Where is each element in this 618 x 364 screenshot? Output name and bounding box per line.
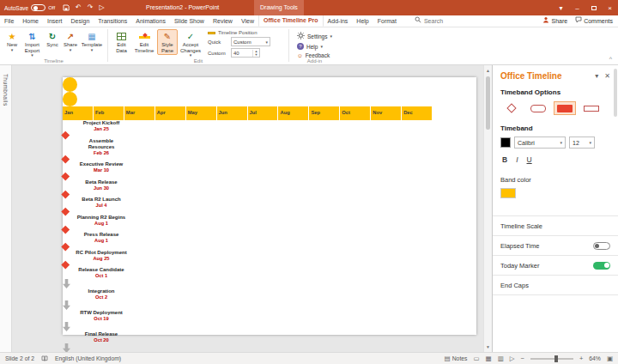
font-controls: Calibri ▾ 12 ▾ bbox=[493, 135, 618, 150]
band-color-swatch[interactable] bbox=[500, 188, 516, 198]
month-cell: Apr bbox=[154, 106, 185, 120]
stepper-arrows[interactable]: ▲▼ bbox=[252, 50, 259, 57]
settings-button[interactable]: Settings ▾ bbox=[297, 32, 332, 40]
tab-transitions[interactable]: Transitions bbox=[94, 15, 131, 27]
pane-row-end-caps[interactable]: End Caps bbox=[493, 276, 618, 295]
slide-number-indicator[interactable]: Slide 2 of 2 bbox=[5, 355, 34, 361]
tab-review[interactable]: Review bbox=[209, 15, 237, 27]
scrollbar-thumb[interactable] bbox=[486, 76, 490, 130]
group-label-addin: Add-in bbox=[289, 58, 340, 64]
milestone-arrow-marker[interactable] bbox=[63, 322, 70, 331]
pane-row-timeline-scale[interactable]: Timeline Scale bbox=[493, 216, 618, 236]
window-controls: ▾ – × bbox=[553, 0, 618, 15]
underline-button[interactable]: U bbox=[527, 155, 532, 164]
thumbnails-label: Thumbnails bbox=[3, 74, 9, 106]
custom-position-stepper[interactable]: 40 ▲▼ bbox=[231, 48, 260, 58]
milestone-arrow-marker[interactable] bbox=[63, 300, 70, 310]
milestone-label: Final ReleaseOct 20 bbox=[63, 331, 140, 343]
reading-view-icon[interactable]: ▥ bbox=[498, 355, 504, 362]
fit-slide-icon[interactable]: ▣ bbox=[607, 355, 613, 362]
shape-option-diamond[interactable] bbox=[500, 101, 523, 115]
edit-data-button[interactable]: Edit Data bbox=[112, 29, 131, 55]
comments-button[interactable]: Comments bbox=[575, 15, 613, 27]
style-pane-button[interactable]: ✎ Style Pane bbox=[157, 29, 178, 55]
tab-animations[interactable]: Animations bbox=[131, 15, 170, 27]
tab-row-right: Share Comments bbox=[542, 15, 613, 27]
close-icon[interactable]: ✕ bbox=[604, 72, 610, 80]
search-box[interactable]: Search bbox=[415, 15, 443, 27]
save-icon[interactable] bbox=[63, 4, 70, 11]
accept-changes-button[interactable]: ✓ Accept Changes ▾ bbox=[178, 29, 203, 59]
tab-slide-show[interactable]: Slide Show bbox=[170, 15, 209, 27]
tab-view[interactable]: View bbox=[237, 15, 258, 27]
vertical-scrollbar[interactable]: ▲ ▼ bbox=[483, 65, 492, 352]
slideshow-icon[interactable]: ▷ bbox=[510, 355, 515, 362]
import-export-button[interactable]: ⇅ Import Export ▾ bbox=[21, 29, 44, 59]
timeband[interactable]: JanFebMarAprMayJunJulAugSepOctNovDec bbox=[63, 106, 432, 120]
autosave-toggle[interactable] bbox=[31, 4, 45, 11]
tab-help[interactable]: Help bbox=[352, 15, 373, 27]
tab-design[interactable]: Design bbox=[66, 15, 94, 27]
quick-position-dropdown[interactable]: Custom ▾ bbox=[231, 37, 270, 46]
shape-option-rounded[interactable] bbox=[527, 101, 549, 115]
font-color-swatch[interactable] bbox=[500, 137, 511, 148]
tab-home[interactable]: Home bbox=[18, 15, 43, 27]
zoom-level[interactable]: 64% bbox=[589, 355, 601, 361]
start-slideshow-icon[interactable]: ▷ bbox=[100, 4, 105, 11]
shape-option-filled[interactable] bbox=[554, 101, 576, 115]
font-family-dropdown[interactable]: Calibri ▾ bbox=[514, 136, 566, 149]
pane-row-label: Elapsed Time bbox=[500, 242, 539, 250]
milestone-arrow-marker[interactable] bbox=[63, 279, 70, 288]
language-indicator[interactable]: English (United Kingdom) bbox=[55, 355, 121, 361]
custom-position-value: 40 bbox=[232, 51, 252, 56]
tab-add-ins[interactable]: Add-ins bbox=[324, 15, 353, 27]
restore-button[interactable] bbox=[585, 0, 602, 15]
elapsed-time-toggle[interactable] bbox=[593, 242, 610, 250]
thumbnails-pane[interactable]: Thumbnails bbox=[0, 65, 12, 352]
tab-format[interactable]: Format bbox=[373, 15, 401, 27]
slide-sorter-icon[interactable]: ▦ bbox=[486, 355, 492, 362]
notes-button[interactable]: ▤ Notes bbox=[445, 355, 468, 362]
zoom-slider-knob[interactable] bbox=[554, 355, 558, 362]
milestone-label: RC Pilot DeploymentAug 25 bbox=[63, 250, 140, 262]
zoom-out-icon[interactable]: − bbox=[521, 355, 524, 362]
proofing-icon[interactable] bbox=[41, 355, 48, 361]
sync-button[interactable]: ↻ Sync bbox=[44, 29, 61, 50]
pane-row-today-marker[interactable]: Today Marker bbox=[493, 256, 618, 276]
zoom-in-icon[interactable]: + bbox=[579, 355, 583, 362]
tab-insert[interactable]: Insert bbox=[43, 15, 67, 27]
band-end-cap-left[interactable] bbox=[63, 77, 77, 92]
band-end-cap-right[interactable] bbox=[63, 92, 77, 106]
help-button[interactable]: ? Help ▾ bbox=[297, 43, 332, 50]
edit-timeline-button[interactable]: Edit Timeline bbox=[131, 29, 157, 55]
share-timeline-button[interactable]: ↗ Share ▾ bbox=[61, 29, 80, 54]
collapse-ribbon-icon[interactable]: ^ bbox=[609, 56, 612, 62]
context-tab-group[interactable]: Drawing Tools bbox=[254, 0, 304, 15]
scroll-up-icon[interactable]: ▲ bbox=[484, 66, 492, 75]
redo-icon[interactable]: ↷ bbox=[88, 4, 94, 11]
slide-canvas[interactable]: JanFebMarAprMayJunJulAugSepOctNovDec Pro… bbox=[63, 77, 476, 335]
new-button[interactable]: ★ New ▾ bbox=[3, 29, 21, 54]
normal-view-icon[interactable]: ▭ bbox=[473, 355, 479, 362]
today-marker-toggle[interactable] bbox=[593, 262, 610, 270]
template-button[interactable]: ▦ Template ▾ bbox=[80, 29, 104, 54]
close-button[interactable]: × bbox=[602, 0, 618, 15]
autosave-control[interactable]: AutoSave Off bbox=[4, 4, 55, 11]
pane-scrollbar[interactable] bbox=[614, 69, 617, 117]
bold-button[interactable]: B bbox=[502, 155, 507, 164]
feedback-button[interactable]: ☺ Feedback bbox=[297, 52, 332, 58]
share-button[interactable]: Share bbox=[542, 15, 567, 27]
scroll-down-icon[interactable]: ▼ bbox=[484, 343, 492, 351]
shape-option-rect[interactable] bbox=[580, 101, 603, 115]
undo-icon[interactable]: ↶ bbox=[76, 4, 82, 11]
tab-file[interactable]: File bbox=[0, 15, 18, 27]
pane-row-elapsed-time[interactable]: Elapsed Time bbox=[493, 236, 618, 256]
ribbon-display-options-icon[interactable]: ▾ bbox=[553, 0, 569, 15]
tab-office-timeline-pro[interactable]: Office Timeline Pro bbox=[258, 14, 324, 27]
minimize-button[interactable]: – bbox=[569, 0, 585, 15]
zoom-slider[interactable] bbox=[530, 358, 573, 360]
status-bar: Slide 2 of 2 English (United Kingdom) ▤ … bbox=[0, 352, 618, 364]
font-size-dropdown[interactable]: 12 ▾ bbox=[569, 136, 595, 149]
italic-button[interactable]: I bbox=[516, 155, 518, 164]
chevron-down-icon[interactable]: ▾ bbox=[595, 72, 598, 80]
